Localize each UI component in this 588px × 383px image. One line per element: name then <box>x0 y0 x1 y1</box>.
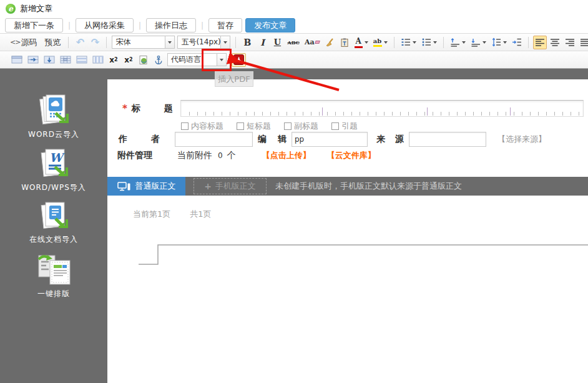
sidebar-item-online-doc-import[interactable]: 在线文档导入 <box>29 201 78 245</box>
unordered-list-button[interactable] <box>419 36 439 49</box>
window-titlebar: e 新增文章 <box>0 0 588 17</box>
author-row: 作者 编辑 来源 【选择来源】 <box>119 132 546 147</box>
operation-log-button[interactable]: 操作日志 <box>146 18 196 32</box>
ordered-list-button[interactable] <box>399 36 418 49</box>
align-left-button[interactable] <box>533 36 547 49</box>
chevron-down-icon[interactable] <box>217 53 227 66</box>
online-doc-import-icon <box>36 201 71 231</box>
checkbox-subtitle[interactable]: 副标题 <box>284 121 318 132</box>
italic-button[interactable]: I <box>255 36 269 49</box>
redo-icon[interactable]: ↷ <box>88 36 102 49</box>
upload-link[interactable]: 【点击上传】 <box>262 150 311 161</box>
attachment-count: 0 <box>218 151 223 160</box>
undo-icon[interactable]: ↶ <box>73 36 87 49</box>
title-type-checkboxes: 内容标题 短标题 副标题 引题 <box>181 121 358 132</box>
underline-button[interactable]: U <box>270 36 284 49</box>
tab-normal-content[interactable]: 普通版正文 <box>107 177 185 196</box>
insert-table-icon[interactable] <box>9 53 24 67</box>
paste-as-text-icon[interactable] <box>338 36 351 49</box>
strikethrough-button[interactable]: ABC <box>285 36 301 49</box>
tab-mobile-content[interactable]: + 手机版正文 <box>194 178 267 194</box>
divider <box>394 37 394 48</box>
align-center-button[interactable] <box>548 36 562 49</box>
insert-pdf-tooltip: 插入PDF <box>215 71 253 87</box>
author-input[interactable] <box>175 132 253 147</box>
indent-button[interactable] <box>510 36 524 49</box>
mobile-version-hint: 未创建手机版时，手机版正文默认来源于普通版正文 <box>275 181 462 192</box>
paragraph-space-below-button[interactable] <box>469 36 488 49</box>
font-color-button[interactable]: A <box>353 36 370 49</box>
bold-button[interactable]: B <box>240 36 254 49</box>
checkbox-lead-title[interactable]: 引题 <box>331 121 358 132</box>
insert-row-icon[interactable] <box>42 53 57 67</box>
page-boundary-line <box>107 196 588 383</box>
subscript-button[interactable]: x2 <box>122 53 135 67</box>
checkbox-content-title[interactable]: 内容标题 <box>181 121 223 132</box>
import-sidebar: WORD云导入 W WORD/WPS导入 <box>0 69 107 383</box>
table-rows-icon[interactable] <box>74 53 89 67</box>
anchor-icon[interactable] <box>152 53 165 67</box>
source-code-button[interactable]: <> 源码 <box>7 36 40 49</box>
attachment-current-text: 当前附件 <box>177 150 212 161</box>
divider: | <box>201 21 203 30</box>
superscript-button[interactable]: x2 <box>107 53 120 67</box>
align-justify-button[interactable] <box>578 36 588 49</box>
divider <box>235 37 236 48</box>
highlight-color-button[interactable]: ab <box>371 36 390 49</box>
editor-content[interactable]: 当前第1页 共1页 <box>107 196 588 383</box>
source-input[interactable] <box>409 132 486 147</box>
sidebar-item-word-wps-import[interactable]: W WORD/WPS导入 <box>21 148 86 193</box>
eraser-icon <box>315 41 320 44</box>
page-current: 当前第1页 <box>133 209 170 220</box>
line-height-button[interactable] <box>489 36 509 49</box>
chevron-down-icon <box>462 41 466 44</box>
publish-article-button[interactable]: 发布文章 <box>245 18 295 32</box>
chevron-down-icon <box>384 41 388 44</box>
author-label: 作者 <box>119 134 160 145</box>
font-family-select[interactable]: 宋体 <box>112 36 175 49</box>
article-form: * 标题 内容标题 短标题 <box>107 79 588 177</box>
sidebar-item-one-click-layout[interactable]: 一键排版 <box>34 253 74 299</box>
plus-icon: + <box>204 181 212 191</box>
chevron-down-icon <box>413 41 416 44</box>
article-panel: * 标题 内容标题 短标题 <box>107 79 588 383</box>
word-wps-import-icon: W <box>36 148 71 179</box>
chevron-down-icon <box>503 41 507 44</box>
code-language-select[interactable]: 代码语言 <box>167 53 227 66</box>
one-click-layout-icon <box>34 253 74 286</box>
web-collect-button[interactable]: 从网络采集 <box>76 18 134 32</box>
chevron-down-icon <box>433 41 437 44</box>
format-painter-icon[interactable] <box>323 36 336 49</box>
checkbox-icon <box>237 122 244 130</box>
divider <box>443 37 444 48</box>
divider <box>106 37 107 48</box>
save-draft-button[interactable]: 暂存 <box>208 18 242 32</box>
table-columns-icon[interactable] <box>91 53 105 67</box>
new-next-article-button[interactable]: 新增下一条 <box>5 18 63 32</box>
chevron-down-icon[interactable] <box>221 36 230 49</box>
preview-button[interactable]: 预览 <box>41 36 64 49</box>
editor-toolbar-row1: <> 源码 预览 ↶ ↷ 宋体 五号(14px) B I U ABC Aa A … <box>0 33 588 51</box>
attachment-unit: 个 <box>227 150 236 161</box>
choose-source-link[interactable]: 【选择来源】 <box>497 134 546 145</box>
align-right-button[interactable] <box>563 36 577 49</box>
change-case-button[interactable]: Aa <box>303 36 321 49</box>
paragraph-space-above-button[interactable] <box>448 36 468 49</box>
editor-input[interactable] <box>292 132 368 147</box>
cloud-library-link[interactable]: 【云文件库】 <box>327 150 376 161</box>
merge-cells-icon[interactable] <box>58 53 73 67</box>
sidebar-item-word-cloud-import[interactable]: WORD云导入 <box>28 94 79 140</box>
checkbox-icon <box>181 122 189 130</box>
monitor-icon <box>117 182 130 191</box>
chevron-down-icon[interactable] <box>165 36 175 49</box>
insert-pdf-button[interactable] <box>232 53 246 67</box>
font-size-select[interactable]: 五号(14px) <box>177 36 230 49</box>
title-label: 标题 <box>132 103 173 114</box>
chevron-down-icon <box>365 41 368 44</box>
checkbox-icon <box>331 122 339 130</box>
title-input[interactable] <box>180 100 584 117</box>
source-label: 来源 <box>376 134 404 145</box>
checkbox-short-title[interactable]: 短标题 <box>237 121 271 132</box>
insert-image-icon[interactable] <box>137 53 150 67</box>
insert-column-icon[interactable] <box>26 53 41 67</box>
